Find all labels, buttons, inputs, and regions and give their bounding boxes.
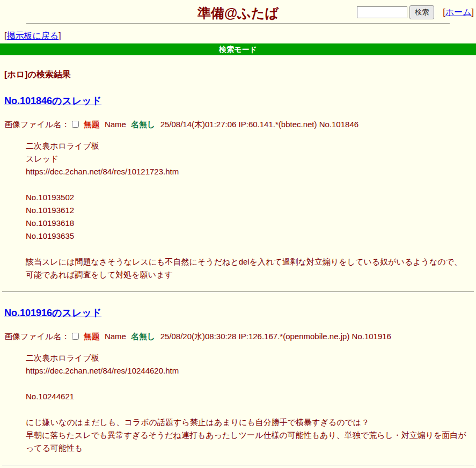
thread-divider [2,291,474,292]
post-body: 二次裏ホロライブ板 スレッド https://dec.2chan.net/84/… [26,140,472,281]
thread-result: No.101846のスレッド 画像ファイル名： 無題 Name 名無し 25/0… [0,95,476,281]
post-meta: 25/08/20(水)08:30:28 IP:126.167.*(openmob… [160,332,391,341]
image-filename-label: 画像ファイル名： [4,332,69,341]
bracket-close: ] [472,8,474,17]
thread-result: No.101916のスレッド 画像ファイル名： 無題 Name 名無し 25/0… [0,307,476,455]
image-filename-label: 画像ファイル名： [4,120,69,129]
header-rule [26,23,450,24]
post-header: 画像ファイル名： 無題 Name 名無し 25/08/20(水)08:30:28… [4,332,472,341]
search-button[interactable]: 検索 [409,5,434,19]
bracket-close: ] [58,31,61,40]
post-body: 二次裏ホロライブ板 https://dec.2chan.net/84/res/1… [26,352,472,455]
poster-name: 名無し [131,332,155,341]
poster-name: 名無し [131,120,155,129]
search-form: 検索 [ホーム] [357,5,474,19]
search-results-heading: [ホロ]の検索結果 [4,69,472,81]
thread-link[interactable]: No.101916のスレッド [4,308,101,318]
thread-link[interactable]: No.101846のスレッド [4,96,101,106]
post-subject: 無題 [84,332,100,341]
post-header: 画像ファイル名： 無題 Name 名無し 25/08/14(木)01:27:06… [4,120,472,129]
back-link-row: [掲示板に戻る] [4,31,472,42]
thread-title: No.101846のスレッド [4,95,472,107]
delete-checkbox[interactable] [72,121,79,128]
thread-title: No.101916のスレッド [4,307,472,319]
page-header: 準備@ふたば 検索 [ホーム] [0,0,476,22]
name-label: Name [105,332,126,341]
back-to-board-link[interactable]: 掲示板に戻る [6,31,58,40]
post-meta: 25/08/14(木)01:27:06 IP:60.141.*(bbtec.ne… [160,120,358,129]
home-link-wrapper: [ホーム] [443,7,474,18]
search-input[interactable] [357,6,407,18]
search-mode-banner: 検索モード [0,43,476,55]
delete-checkbox[interactable] [72,333,79,340]
home-link[interactable]: ホーム [445,8,472,17]
name-label: Name [105,120,126,129]
post-subject: 無題 [84,120,100,129]
thread-divider [2,465,474,466]
